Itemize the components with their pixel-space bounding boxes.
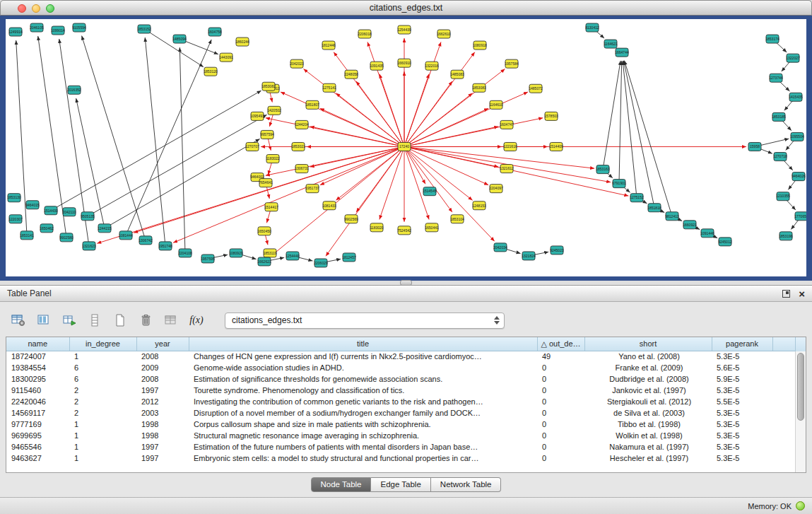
graph-node[interactable]: 1254439 xyxy=(397,25,411,34)
graph-node[interactable]: 2248058 xyxy=(344,70,358,78)
graph-node[interactable]: 1604747 xyxy=(500,120,514,129)
graph-edge[interactable] xyxy=(266,235,269,245)
graph-node[interactable]: 1853152 xyxy=(137,25,151,33)
float-panel-icon[interactable] xyxy=(782,290,790,298)
graph-node[interactable]: 1650450 xyxy=(257,227,271,235)
graph-node[interactable]: 2042023 xyxy=(290,59,304,68)
column-header-out-degree[interactable]: △ out_de… xyxy=(537,337,584,351)
graph-node[interactable]: 1164610 xyxy=(489,100,502,109)
graph-node[interactable]: 1248153 xyxy=(472,201,486,210)
column-header-short[interactable]: short xyxy=(584,337,712,351)
graph-node[interactable]: 1514545 xyxy=(423,187,437,196)
graph-node[interactable]: 17240 xyxy=(398,142,411,151)
tab-edge-table[interactable]: Edge Table xyxy=(371,477,430,492)
graph-node[interactable]: 2042110 xyxy=(62,208,76,216)
graph-edge[interactable] xyxy=(782,120,792,131)
graph-node[interactable]: 1812446 xyxy=(322,41,336,49)
graph-edge[interactable] xyxy=(759,139,789,146)
graph-node[interactable]: 2016352 xyxy=(67,86,81,94)
graph-edge[interactable] xyxy=(625,61,671,212)
table-row[interactable]: 2242004622012Investigating the contribut… xyxy=(6,396,798,407)
graph-node[interactable]: 6791901 xyxy=(612,180,626,188)
graph-node[interactable]: 1321612 xyxy=(500,165,514,173)
graph-node[interactable]: 1853141 xyxy=(20,231,34,240)
graph-node[interactable]: 1321623 xyxy=(82,242,96,250)
graph-node[interactable]: 1322016 xyxy=(425,62,439,70)
zoom-window-button[interactable] xyxy=(46,4,54,13)
graph-node[interactable]: 1660910 xyxy=(397,59,411,67)
graph-edge[interactable] xyxy=(334,52,401,144)
delete-table-icon[interactable] xyxy=(137,312,154,329)
table-row[interactable]: 1872400712008Changes of HCN gene express… xyxy=(6,351,798,362)
graph-edge[interactable] xyxy=(38,36,66,233)
graph-edge[interactable] xyxy=(623,61,636,194)
graph-edge[interactable] xyxy=(784,100,793,110)
graph-node[interactable]: 1951737 xyxy=(305,185,319,193)
graph-node[interactable]: 1578503 xyxy=(544,112,558,120)
graph-node[interactable]: 1662610 xyxy=(437,30,451,38)
graph-node[interactable]: 9245012 xyxy=(718,238,732,246)
graph-edge[interactable] xyxy=(604,61,620,165)
graph-edge[interactable] xyxy=(320,148,401,185)
graph-edge[interactable] xyxy=(624,61,654,204)
graph-edge[interactable] xyxy=(408,92,529,145)
graph-node[interactable]: 1244204 xyxy=(295,120,309,129)
graph-node[interactable]: 1254440 xyxy=(286,252,300,260)
graph-node[interactable]: 1957595 xyxy=(201,255,215,263)
graph-node[interactable]: 2206029 xyxy=(314,259,328,267)
graph-node[interactable]: 1485094 xyxy=(172,35,187,43)
graph-node[interactable]: 1099014 xyxy=(51,26,65,35)
graph-node[interactable]: 1851818 xyxy=(647,204,661,212)
graph-node[interactable]: 9957594 xyxy=(260,130,274,139)
network-canvas[interactable]: 1724012216161604747116461018530831485083… xyxy=(6,19,806,276)
graph-node[interactable]: 9464026 xyxy=(792,173,806,181)
new-table-icon[interactable] xyxy=(112,312,129,329)
graph-node[interactable]: 1664744 xyxy=(615,48,629,57)
graph-edge[interactable] xyxy=(408,118,543,146)
graph-node[interactable]: 1080918 xyxy=(473,41,487,49)
graph-node[interactable]: 8130412 xyxy=(585,23,599,32)
show-rows-icon[interactable] xyxy=(86,312,103,329)
graph-node[interactable]: 1270707 xyxy=(245,142,259,151)
graph-edge[interactable] xyxy=(791,219,799,229)
table-row[interactable]: 1456911722003Disruption of a novel membe… xyxy=(6,407,798,419)
table-row[interactable]: 977716911998Corpus callosum shape and si… xyxy=(6,419,798,430)
graph-node[interactable]: 1650462 xyxy=(40,224,54,233)
graph-edge[interactable] xyxy=(184,40,218,54)
graph-node[interactable]: 1485083 xyxy=(450,70,464,78)
graph-edge[interactable] xyxy=(91,115,266,214)
column-header-year[interactable]: year xyxy=(136,337,189,351)
graph-edge[interactable] xyxy=(406,151,425,185)
graph-node[interactable]: 1091446 xyxy=(700,229,714,238)
graph-node[interactable]: 9812413 xyxy=(665,212,679,221)
graph-node[interactable]: 1183020 xyxy=(370,223,383,232)
graph-edge[interactable] xyxy=(266,211,270,223)
graph-node[interactable]: 9505135 xyxy=(81,212,95,221)
column-header-in-degree[interactable]: in_degree xyxy=(69,337,136,351)
graph-edge[interactable] xyxy=(326,150,402,256)
graph-node[interactable]: 1514417 xyxy=(264,203,278,211)
import-table-icon[interactable] xyxy=(61,312,78,329)
graph-edge[interactable] xyxy=(406,42,441,142)
table-selector-dropdown[interactable]: citations_edges.txt xyxy=(225,313,505,329)
function-builder-icon[interactable]: f(x) xyxy=(188,312,205,329)
table-row[interactable]: 946362711997Embryonic stem cells: a mode… xyxy=(6,452,798,464)
graph-edge[interactable] xyxy=(76,98,104,224)
graph-node[interactable]: 1604758 xyxy=(208,28,222,36)
graph-node[interactable]: 9464015 xyxy=(25,201,40,209)
graph-edge[interactable] xyxy=(407,52,475,144)
graph-node[interactable]: 1273744 xyxy=(769,74,783,82)
graph-node[interactable]: 7524542 xyxy=(397,226,411,235)
graph-node[interactable]: 1095504 xyxy=(790,132,804,141)
graph-node[interactable]: 1249914 xyxy=(8,28,23,36)
graph-edge[interactable] xyxy=(379,151,403,219)
graph-node[interactable]: 2046105 xyxy=(30,23,44,32)
graph-edge[interactable] xyxy=(782,62,790,71)
graph-node[interactable]: 1662621 xyxy=(257,257,271,266)
graph-edge[interactable] xyxy=(266,148,400,176)
graph-node[interactable]: 1415435 xyxy=(789,93,803,101)
graph-edge[interactable] xyxy=(788,180,796,189)
graph-edge[interactable] xyxy=(54,90,261,209)
graph-node[interactable]: 1514409 xyxy=(549,142,563,151)
graph-node[interactable]: 1853174 xyxy=(765,35,779,43)
